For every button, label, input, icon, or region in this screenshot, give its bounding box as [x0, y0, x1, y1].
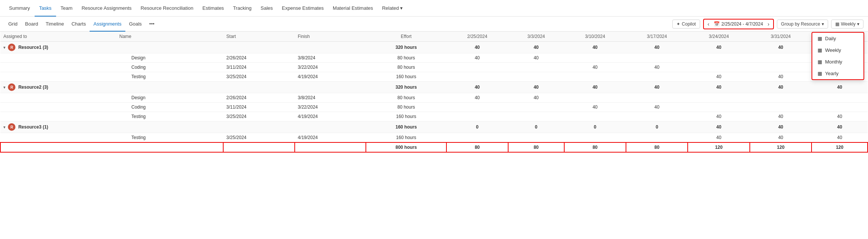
task-name: Coding [116, 63, 223, 72]
col-header-name: Name [116, 32, 223, 42]
daily-icon: ▦ [818, 36, 822, 41]
task-name: Testing [116, 133, 223, 143]
resource-date-val-2: 40 [564, 42, 626, 53]
weekly-icon: ▦ [818, 47, 822, 53]
task-date-val-5 [750, 63, 812, 72]
total-date-val-0: 80 [446, 142, 508, 152]
chevron-icon: ▾ [3, 45, 5, 50]
resource-effort: 320 hours [366, 42, 446, 53]
copilot-label: Copilot [682, 21, 696, 27]
task-date-val-4 [688, 63, 749, 72]
dropdown-item-weekly[interactable]: ▦ Weekly [812, 44, 863, 56]
task-start: 3/11/2024 [223, 63, 295, 72]
table-row: Coding 3/11/2024 3/22/2024 80 hours 4040 [0, 103, 868, 112]
task-date-val-0 [446, 63, 508, 72]
subnav-timeline[interactable]: Timeline [42, 17, 68, 32]
yearly-icon: ▦ [818, 71, 822, 76]
task-name: Design [116, 93, 223, 103]
sub-navigation: Grid Board Timeline Charts Assignments G… [0, 17, 868, 32]
nav-team[interactable]: Team [56, 0, 77, 17]
date-range-label: 📅 2/25/2024 - 4/7/2024 [712, 21, 764, 27]
subnav-grid[interactable]: Grid [5, 17, 21, 32]
subnav-charts[interactable]: Charts [68, 17, 90, 32]
subnav-assignments[interactable]: Assignments [90, 17, 125, 32]
weekly-button[interactable]: ▦ Weekly ▾ [831, 20, 863, 29]
date-next-button[interactable]: › [765, 20, 772, 28]
resource-name: Resource1 (3) [18, 45, 48, 50]
task-effort: 80 hours [366, 93, 446, 103]
nav-related[interactable]: Related ▾ [378, 0, 407, 17]
nav-resource-reconciliation[interactable]: Resource Reconciliation [136, 0, 198, 17]
nav-estimates[interactable]: Estimates [198, 0, 228, 17]
resource-date-val-0: 40 [446, 82, 508, 93]
resource-date-val-5: 40 [750, 82, 812, 93]
resource-badge: R [8, 83, 15, 91]
resource-name-cell: ▾ R Resource2 (3) [0, 82, 223, 93]
dropdown-item-daily[interactable]: ▦ Daily [812, 33, 863, 44]
nav-sales[interactable]: Sales [256, 0, 277, 17]
task-date-val-4 [688, 103, 749, 112]
task-date-val-4 [688, 53, 749, 63]
task-effort: 80 hours [366, 53, 446, 63]
task-date-val-3: 40 [626, 103, 688, 112]
resource-row: ▾ R Resource2 (3) 320 hours 404040404040… [0, 82, 868, 93]
resource-badge: R [8, 44, 15, 51]
task-name: Design [116, 53, 223, 63]
task-finish: 4/19/2024 [295, 133, 366, 143]
task-date-val-2 [564, 53, 626, 63]
resource-date-val-2: 0 [564, 121, 626, 133]
task-date-val-2 [564, 72, 626, 82]
nav-tasks[interactable]: Tasks [35, 0, 56, 17]
task-date-val-3 [626, 133, 688, 143]
date-prev-button[interactable]: ‹ [705, 20, 712, 28]
table-row: Testing 3/25/2024 4/19/2024 160 hours 40… [0, 72, 868, 82]
dropdown-item-monthly[interactable]: ▦ Monthly [812, 56, 863, 68]
task-date-val-2: 40 [564, 63, 626, 72]
resource-date-val-4: 40 [688, 121, 749, 133]
col-header-date-1: 3/3/2024 [508, 32, 564, 42]
assignments-table: Assigned to Name Start Finish Effort 2/2… [0, 32, 868, 153]
task-date-val-3 [626, 72, 688, 82]
task-effort: 160 hours [366, 133, 446, 143]
nav-resource-assignments[interactable]: Resource Assignments [77, 0, 136, 17]
task-effort: 80 hours [366, 103, 446, 112]
group-by-label: Group by Resource [781, 21, 820, 27]
resource-date-val-0: 0 [446, 121, 508, 133]
resource-row: ▾ R Resource3 (1) 160 hours 0000404040 [0, 121, 868, 133]
total-date-val-6: 120 [812, 142, 868, 152]
resource-date-val-6: 40 [812, 121, 868, 133]
task-date-val-5 [750, 53, 812, 63]
subnav-board[interactable]: Board [21, 17, 42, 32]
resource-name: Resource2 (3) [18, 85, 48, 90]
task-date-val-3 [626, 112, 688, 121]
task-finish: 4/19/2024 [295, 72, 366, 82]
task-date-val-6: 40 [812, 112, 868, 121]
resource-name-cell: ▾ R Resource1 (3) [0, 42, 223, 53]
chevron-icon: ▾ [3, 85, 5, 89]
task-date-val-0: 40 [446, 93, 508, 103]
task-start: 3/11/2024 [223, 103, 295, 112]
nav-expense-estimates[interactable]: Expense Estimates [277, 0, 328, 17]
task-name: Testing [116, 72, 223, 82]
task-date-val-6 [812, 93, 868, 103]
task-date-val-1: 40 [508, 53, 564, 63]
task-date-val-0 [446, 72, 508, 82]
resource-date-val-1: 40 [508, 82, 564, 93]
table-row: Design 2/26/2024 3/8/2024 80 hours 4040 [0, 53, 868, 63]
group-by-button[interactable]: Group by Resource ▾ [777, 20, 828, 29]
task-date-val-5 [750, 103, 812, 112]
nav-material-estimates[interactable]: Material Estimates [328, 0, 378, 17]
table-row: Testing 3/25/2024 4/19/2024 160 hours 40… [0, 112, 868, 121]
table-row: Coding 3/11/2024 3/22/2024 80 hours 4040 [0, 63, 868, 72]
dropdown-item-yearly[interactable]: ▦ Yearly [812, 68, 863, 79]
task-date-val-4: 40 [688, 112, 749, 121]
nav-summary[interactable]: Summary [5, 0, 35, 17]
nav-tracking[interactable]: Tracking [228, 0, 256, 17]
task-date-val-2 [564, 112, 626, 121]
copilot-button[interactable]: ✦ Copilot [672, 20, 700, 29]
col-header-start: Start [223, 32, 295, 42]
subnav-goals[interactable]: Goals [125, 17, 146, 32]
subnav-more[interactable]: ••• [146, 17, 158, 32]
col-header-date-5: 3/31/2024 [750, 32, 812, 42]
resource-effort: 160 hours [366, 121, 446, 133]
